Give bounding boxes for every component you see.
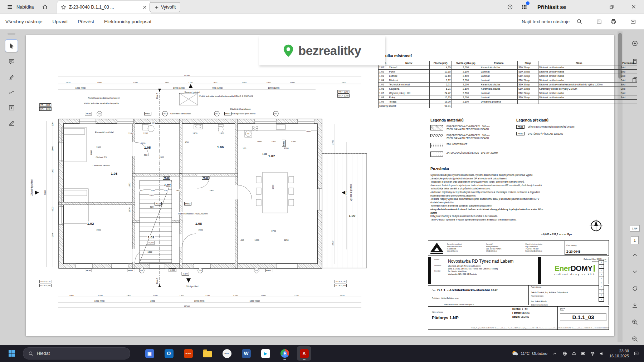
rotate-icon[interactable] <box>629 282 641 294</box>
dimension: 1000 <box>266 81 271 84</box>
app-word-icon[interactable]: W <box>239 346 253 361</box>
volume-icon[interactable] <box>599 351 605 356</box>
dimension: 800 <box>143 154 148 156</box>
select-tool-icon[interactable] <box>5 39 18 52</box>
notifications-icon[interactable] <box>634 351 639 356</box>
chevron-down-icon[interactable] <box>629 266 641 278</box>
app-dell-icon[interactable]: DELL <box>220 346 234 361</box>
toolbar-menu: Všechny nástrojeUpravitPřevéstElektronic… <box>5 14 151 29</box>
opening-marker: 001 <box>97 111 102 116</box>
elevation-box: U.T.= -0,290 <box>337 94 350 98</box>
elevation-box: U.T.= -0,300 <box>335 284 347 287</box>
app-chrome-icon[interactable] <box>278 346 292 361</box>
note-line: dostatečném předstihu. <box>430 201 574 204</box>
apps-grid-button[interactable] <box>519 0 529 14</box>
onedrive-icon[interactable] <box>571 351 577 356</box>
dimension: 500 <box>164 189 168 192</box>
toolbar-item-4[interactable]: Elektronicky podepsat <box>104 19 151 24</box>
page-number[interactable]: 1 <box>631 236 639 244</box>
dimension: 1400 <box>257 140 262 143</box>
dimension: 1500 <box>97 81 102 84</box>
dimension: 5100 <box>165 185 171 187</box>
note-line: -dodavatel je povinen před objednáním ot… <box>430 180 574 184</box>
lintel-marker: PR.01 <box>282 140 286 147</box>
toolbar-item-3[interactable]: Převést <box>78 19 94 24</box>
taskbar-search[interactable]: Hledat <box>23 347 130 359</box>
hidden-icons-chevron[interactable] <box>552 351 557 356</box>
dimension: 2500 <box>339 294 345 297</box>
dimension: 1100 <box>205 294 210 297</box>
weather-widget[interactable]: 11°C Oblačno <box>512 350 547 357</box>
dimension: 3500 <box>52 146 54 151</box>
dimension: 350 <box>139 189 143 192</box>
taskbar-clock[interactable]: 23:30 16.10.2025 <box>609 348 629 358</box>
toolbar-item-2[interactable]: Upravit <box>53 19 68 24</box>
dimension: 2750 <box>294 294 299 297</box>
toolbar: Všechny nástrojeUpravitPřevéstElektronic… <box>0 14 644 30</box>
minimize-button[interactable] <box>584 0 600 14</box>
lintel-marker: PR.02 <box>202 176 209 180</box>
table-row: 1.03Ložnice12,602,500LaminátSDK StropSád… <box>379 74 637 78</box>
app-prime-video-icon[interactable]: ▶ <box>258 346 273 361</box>
battery-icon[interactable] <box>581 351 586 356</box>
app-acrobat-icon[interactable]: A <box>297 346 311 361</box>
assistant-icon[interactable] <box>629 37 641 49</box>
home-button[interactable] <box>40 0 49 14</box>
quick-tools-rail <box>3 33 20 129</box>
annotation: Odvětrání kanalizace <box>230 108 251 110</box>
opening-marker: 002 <box>162 111 168 116</box>
toolbar-item-1[interactable]: Všechny nástroje <box>5 19 43 24</box>
dimension: 900 (1200) <box>212 87 223 89</box>
start-button[interactable] <box>4 346 20 361</box>
zoom-in-icon[interactable] <box>629 316 641 328</box>
page-thumbnail-badge[interactable]: 1.NP <box>630 225 640 232</box>
annotation: Půdní schodiště 700x1200mm <box>177 212 208 215</box>
document-tab[interactable]: Z-23-0048 D.1.1_03 ... <box>57 1 151 14</box>
legend-item: SDK KONSTRUKCE <box>430 143 516 148</box>
star-icon[interactable] <box>60 3 67 12</box>
legend-item: PR.02SYSTÉMOVÝ PŘEKLAD 100/1200 <box>516 132 602 135</box>
note-line: Tato PD slouží výhradně k vydání společn… <box>430 218 574 222</box>
print-icon[interactable] <box>609 17 618 26</box>
lintel-marker: PR.02 <box>155 202 162 205</box>
dimension: 450 <box>240 239 244 241</box>
room-label: 1.01 <box>147 235 155 239</box>
draw-icon[interactable] <box>5 86 18 98</box>
fill-sign-icon[interactable] <box>5 117 18 129</box>
dimension: 1750 <box>233 294 238 297</box>
app-m365-icon[interactable]: M365 <box>181 346 195 361</box>
signin-button[interactable]: Přihlásit se <box>537 0 566 14</box>
zoom-out-icon[interactable] <box>629 333 641 345</box>
add-text-icon[interactable] <box>5 101 18 114</box>
dimension: 1390 (900) <box>94 300 105 302</box>
search-icon[interactable] <box>575 17 584 26</box>
dimension: 1300 <box>291 140 296 143</box>
export-icon[interactable] <box>629 299 641 311</box>
mail-icon[interactable] <box>628 17 638 26</box>
highlight-icon[interactable] <box>5 71 18 83</box>
restore-button[interactable] <box>603 0 620 14</box>
wifi-icon[interactable] <box>590 351 595 356</box>
elevation-box: -0,010 <box>169 268 176 272</box>
elevation-box: U.T.= -0,030 <box>39 107 52 111</box>
menu-button[interactable]: Nabídka <box>5 0 34 14</box>
room-label: 1.07 <box>268 154 275 158</box>
save-icon[interactable] <box>594 17 604 26</box>
add-comment-icon[interactable] <box>5 55 18 68</box>
help-button[interactable]: ? <box>505 0 514 14</box>
dimension: 3500 <box>52 206 54 212</box>
tab-close-icon[interactable] <box>141 3 148 12</box>
globe-icon[interactable] <box>562 351 567 356</box>
app-file-explorer-icon[interactable] <box>200 346 215 361</box>
create-button[interactable]: Vytvořit <box>150 2 180 12</box>
panel-handle[interactable] <box>8 33 15 35</box>
elevation-box: +0,000 <box>147 241 155 244</box>
find-label[interactable]: Najít text nebo nástroje <box>522 19 570 24</box>
app-outlook-icon[interactable]: O <box>162 346 176 361</box>
close-button[interactable] <box>625 0 642 14</box>
app-teams-icon[interactable]: ▣ <box>142 346 157 361</box>
dimension: 2290 <box>150 300 155 302</box>
chevron-up-icon[interactable] <box>629 249 641 261</box>
bezrealitky-pin-icon <box>283 44 294 58</box>
table-row: 1.04Místnost6,122,500LaminátSDK StropSád… <box>379 78 637 83</box>
